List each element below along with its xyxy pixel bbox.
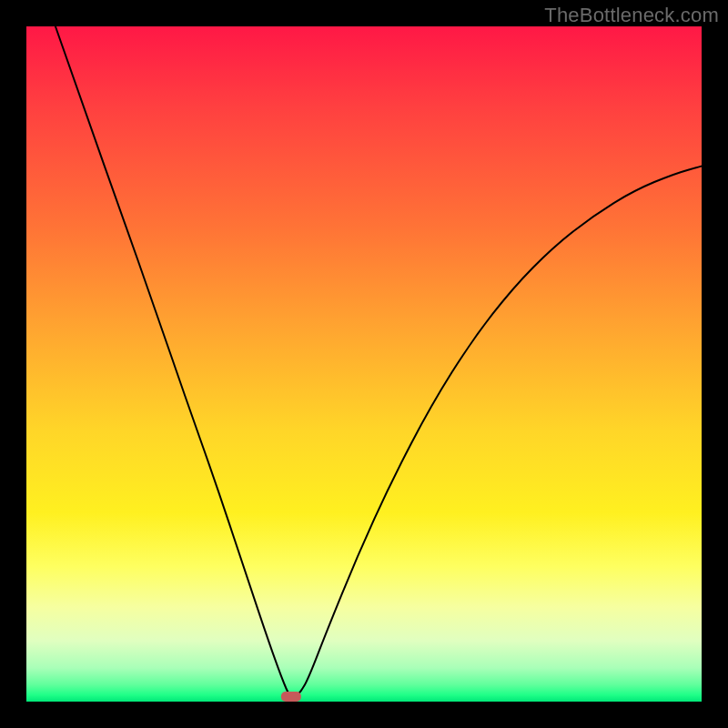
bottleneck-curve [56, 26, 702, 697]
plot-area [26, 26, 702, 702]
optimal-point-marker [281, 692, 301, 702]
attribution-text: TheBottleneck.com [544, 4, 719, 27]
chart-svg [26, 26, 702, 702]
chart-frame: TheBottleneck.com [0, 0, 728, 728]
